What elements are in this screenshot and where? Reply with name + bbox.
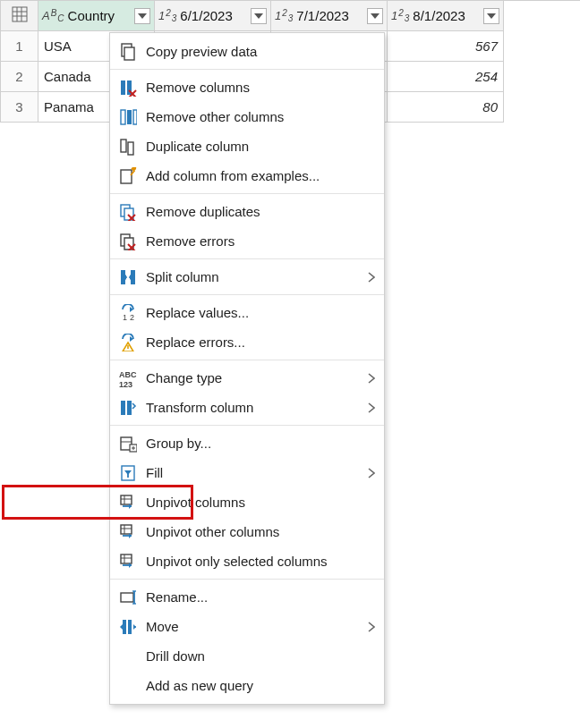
menu-item-unpivot-only-selected-columns[interactable]: Unpivot only selected columns bbox=[110, 546, 384, 576]
menu-item-label: Rename... bbox=[146, 589, 375, 605]
cell-value[interactable]: 567 bbox=[388, 31, 504, 62]
menu-item-remove-columns[interactable]: Remove columns bbox=[110, 72, 384, 102]
menu-item-label: Add column from examples... bbox=[146, 168, 375, 183]
context-menu: Copy preview dataRemove columnsRemove ot… bbox=[109, 32, 385, 705]
submenu-arrow-icon bbox=[368, 402, 375, 413]
split-column-icon bbox=[117, 267, 139, 287]
unpivot-selected-columns-icon bbox=[117, 552, 139, 571]
add-column-examples-icon bbox=[117, 166, 139, 186]
menu-separator bbox=[110, 193, 384, 194]
menu-item-label: Drill down bbox=[146, 648, 375, 664]
copy-icon bbox=[117, 42, 139, 62]
column-filter-dropdown[interactable] bbox=[367, 8, 383, 24]
column-name: 8/1/2023 bbox=[413, 8, 480, 23]
menu-separator bbox=[110, 360, 384, 360]
menu-item-change-type[interactable]: Change type bbox=[110, 363, 384, 393]
menu-separator bbox=[110, 425, 384, 426]
svg-marker-8 bbox=[487, 13, 496, 19]
menu-item-fill[interactable]: Fill bbox=[110, 458, 384, 487]
row-number[interactable]: 3 bbox=[1, 92, 38, 123]
column-header-6-1-2023[interactable]: 123 6/1/2023 bbox=[155, 1, 271, 31]
menu-item-label: Unpivot only selected columns bbox=[146, 554, 375, 569]
remove-duplicates-icon bbox=[117, 202, 139, 222]
menu-item-copy-preview-data[interactable]: Copy preview data bbox=[110, 37, 384, 66]
menu-separator bbox=[110, 258, 384, 259]
unpivot-columns-icon bbox=[117, 493, 139, 512]
menu-separator bbox=[110, 579, 384, 580]
submenu-arrow-icon bbox=[368, 373, 375, 384]
menu-item-label: Add as new query bbox=[146, 678, 375, 693]
menu-item-remove-duplicates[interactable]: Remove duplicates bbox=[110, 197, 384, 226]
menu-item-label: Unpivot other columns bbox=[146, 524, 375, 539]
svg-marker-6 bbox=[254, 13, 263, 19]
change-type-icon bbox=[117, 368, 139, 388]
datatype-text-icon: ABC bbox=[42, 9, 64, 22]
fill-icon bbox=[117, 463, 139, 483]
menu-item-label: Change type bbox=[146, 370, 361, 385]
row-number[interactable]: 2 bbox=[1, 62, 38, 92]
datatype-number-icon: 123 bbox=[275, 9, 293, 22]
datatype-number-icon: 123 bbox=[158, 9, 176, 22]
menu-item-replace-errors[interactable]: Replace errors... bbox=[110, 327, 384, 357]
column-name: 6/1/2023 bbox=[180, 8, 247, 23]
menu-item-drill-down[interactable]: Drill down bbox=[110, 641, 384, 671]
column-header-country[interactable]: ABC Country bbox=[38, 1, 155, 31]
column-filter-dropdown[interactable] bbox=[134, 8, 150, 24]
menu-item-label: Unpivot columns bbox=[146, 495, 375, 510]
no-icon bbox=[117, 647, 139, 666]
cell-value[interactable]: 80 bbox=[388, 92, 504, 123]
no-icon bbox=[117, 676, 139, 696]
menu-item-label: Duplicate column bbox=[146, 139, 375, 154]
row-number[interactable]: 1 bbox=[1, 31, 38, 62]
menu-item-label: Remove errors bbox=[146, 233, 375, 249]
submenu-arrow-icon bbox=[368, 468, 375, 478]
menu-item-label: Remove other columns bbox=[146, 109, 375, 124]
submenu-arrow-icon bbox=[368, 272, 375, 283]
column-name: 7/1/2023 bbox=[296, 8, 363, 23]
menu-separator bbox=[110, 294, 384, 295]
replace-errors-icon bbox=[117, 333, 139, 352]
move-icon bbox=[117, 617, 139, 637]
menu-item-label: Transform column bbox=[146, 400, 361, 415]
remove-errors-icon bbox=[117, 232, 139, 251]
remove-columns-icon bbox=[117, 78, 139, 97]
menu-item-label: Remove duplicates bbox=[146, 204, 375, 219]
menu-item-label: Move bbox=[146, 619, 361, 634]
submenu-arrow-icon bbox=[368, 622, 375, 632]
menu-item-add-as-new-query[interactable]: Add as new query bbox=[110, 671, 384, 700]
menu-item-duplicate-column[interactable]: Duplicate column bbox=[110, 131, 384, 161]
menu-item-replace-values[interactable]: Replace values... bbox=[110, 298, 384, 327]
menu-item-add-column-from-examples[interactable]: Add column from examples... bbox=[110, 161, 384, 190]
menu-item-label: Replace values... bbox=[146, 305, 375, 320]
svg-marker-7 bbox=[371, 13, 380, 19]
menu-item-label: Replace errors... bbox=[146, 334, 375, 350]
table-icon bbox=[12, 6, 28, 25]
remove-other-columns-icon bbox=[117, 107, 139, 127]
menu-item-rename[interactable]: Rename... bbox=[110, 582, 384, 612]
menu-item-remove-errors[interactable]: Remove errors bbox=[110, 226, 384, 256]
menu-item-move[interactable]: Move bbox=[110, 612, 384, 641]
transform-column-icon bbox=[117, 398, 139, 418]
column-filter-dropdown[interactable] bbox=[251, 8, 267, 24]
duplicate-column-icon bbox=[117, 137, 139, 157]
menu-item-unpivot-columns[interactable]: Unpivot columns bbox=[110, 487, 384, 517]
menu-item-split-column[interactable]: Split column bbox=[110, 262, 384, 292]
menu-item-label: Fill bbox=[146, 465, 361, 480]
column-header-7-1-2023[interactable]: 123 7/1/2023 bbox=[271, 1, 388, 31]
grid-corner[interactable] bbox=[1, 1, 38, 31]
menu-item-remove-other-columns[interactable]: Remove other columns bbox=[110, 102, 384, 131]
replace-values-icon bbox=[117, 303, 139, 323]
menu-item-label: Copy preview data bbox=[146, 44, 375, 59]
menu-item-transform-column[interactable]: Transform column bbox=[110, 393, 384, 422]
group-by-icon bbox=[117, 434, 139, 453]
column-header-8-1-2023[interactable]: 123 8/1/2023 bbox=[388, 1, 504, 31]
column-name: Country bbox=[68, 8, 131, 23]
cell-value[interactable]: 254 bbox=[388, 62, 504, 92]
unpivot-other-columns-icon bbox=[117, 522, 139, 542]
menu-item-label: Remove columns bbox=[146, 80, 375, 95]
menu-item-unpivot-other-columns[interactable]: Unpivot other columns bbox=[110, 517, 384, 546]
column-filter-dropdown[interactable] bbox=[483, 8, 499, 24]
svg-rect-0 bbox=[13, 7, 27, 21]
menu-item-group-by[interactable]: Group by... bbox=[110, 428, 384, 458]
menu-separator bbox=[110, 69, 384, 70]
